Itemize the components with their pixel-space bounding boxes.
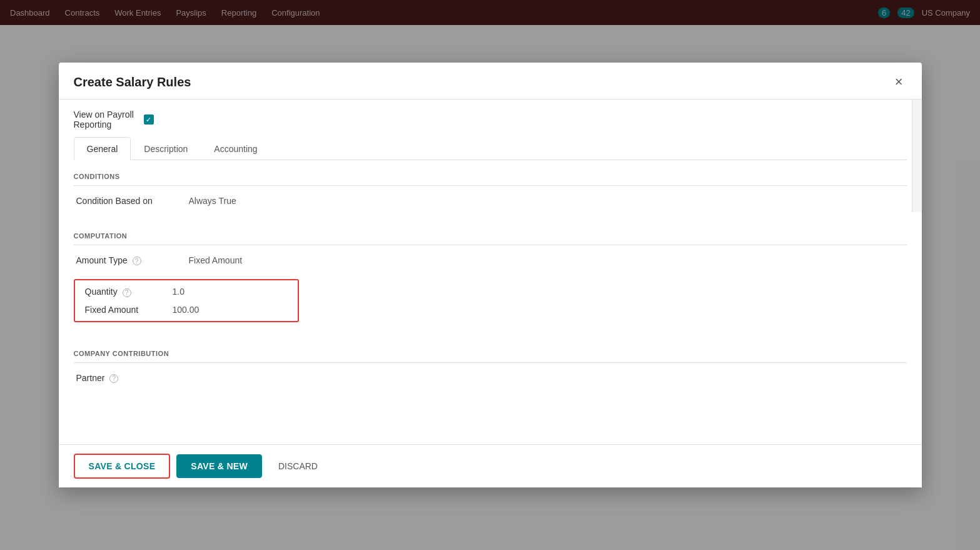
condition-based-on-value: Always True (189, 196, 236, 206)
fixed-amount-label: Fixed Amount (85, 305, 173, 315)
quantity-value: 1.0 (173, 287, 184, 297)
close-button[interactable]: × (891, 74, 907, 90)
modal-header: Create Salary Rules × (59, 63, 922, 99)
payroll-reporting-checkbox[interactable] (144, 115, 154, 125)
payroll-reporting-label: View on PayrollReporting (74, 109, 134, 130)
quantity-label: Quantity ? (85, 287, 173, 297)
partner-help-icon[interactable]: ? (109, 374, 118, 383)
tabs-container: General Description Accounting (74, 137, 907, 160)
tab-description[interactable]: Description (131, 137, 201, 160)
amount-type-row: Amount Type ? Fixed Amount (74, 255, 907, 265)
computation-title: COMPUTATION (74, 232, 907, 245)
save-close-button[interactable]: SAVE & CLOSE (74, 454, 171, 479)
quantity-row: Quantity ? 1.0 (85, 287, 288, 297)
quantity-help-icon[interactable]: ? (123, 288, 131, 297)
amount-type-value: Fixed Amount (189, 255, 243, 265)
create-salary-rules-modal: Create Salary Rules × View on PayrollRep… (59, 63, 922, 487)
fixed-amount-row: Fixed Amount 100.00 (85, 305, 288, 315)
conditions-title: CONDITIONS (74, 173, 907, 186)
condition-based-on-row: Condition Based on Always True (74, 196, 907, 206)
computation-section: COMPUTATION Amount Type ? Fixed Amount (74, 220, 907, 337)
modal-title: Create Salary Rules (74, 75, 191, 89)
discard-button[interactable]: DISCARD (268, 455, 328, 477)
modal-footer: SAVE & CLOSE SAVE & NEW DISCARD (59, 444, 922, 487)
company-contribution-section: COMPANY CONTRIBUTION Partner ? (74, 337, 907, 397)
save-new-button[interactable]: SAVE & NEW (176, 454, 262, 478)
highlight-container: Quantity ? 1.0 Fixed Amount 100.00 (74, 274, 907, 327)
scrollbar-track[interactable] (912, 99, 922, 212)
tab-general[interactable]: General (74, 137, 131, 160)
payroll-reporting-row: View on PayrollReporting (74, 99, 907, 137)
modal-body: View on PayrollReporting General Descrip… (59, 99, 922, 444)
amount-type-label: Amount Type ? (76, 255, 189, 265)
company-contribution-title: COMPANY CONTRIBUTION (74, 350, 907, 363)
tab-accounting[interactable]: Accounting (201, 137, 270, 160)
amount-type-help-icon[interactable]: ? (133, 257, 141, 265)
fixed-amount-value: 100.00 (173, 305, 200, 315)
condition-based-on-label: Condition Based on (76, 196, 189, 206)
partner-label: Partner ? (76, 373, 189, 383)
partner-row: Partner ? (74, 373, 907, 383)
quantity-fixed-amount-box: Quantity ? 1.0 Fixed Amount 100.00 (74, 279, 299, 322)
conditions-section: CONDITIONS Condition Based on Always Tru… (74, 160, 907, 220)
modal-overlay: Create Salary Rules × View on PayrollRep… (0, 0, 980, 550)
